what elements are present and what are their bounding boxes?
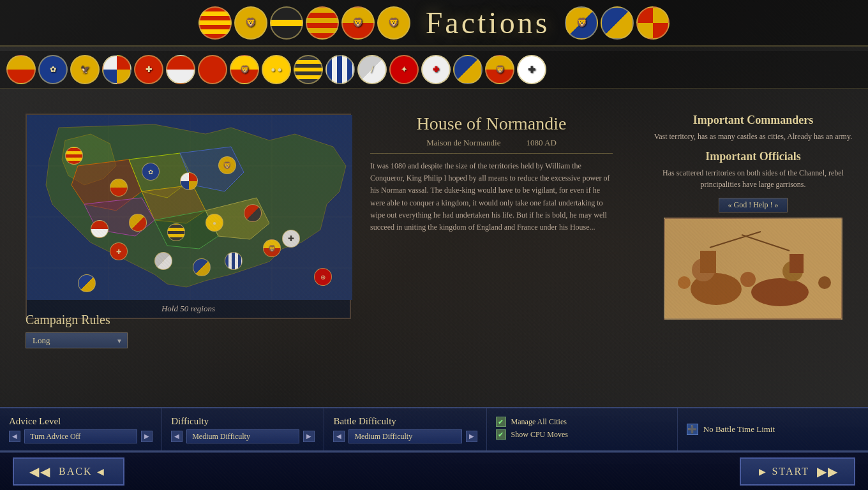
faction-badge[interactable]: ✿ [38, 55, 68, 84]
faction-badge[interactable] [270, 6, 303, 40]
faction-badge[interactable] [306, 6, 339, 40]
faction-badge[interactable] [636, 6, 670, 40]
faction-bar-top: 🦁 🦁 🦁 Factions 🦁 [0, 0, 868, 47]
faction-badge[interactable]: ✦ [389, 55, 419, 84]
faction-badge[interactable]: ✚ [134, 55, 163, 84]
faction-badge[interactable] [166, 55, 195, 84]
faction-badge[interactable] [198, 6, 232, 40]
faction-badge[interactable]: / [357, 55, 387, 84]
faction-badge[interactable]: 🦁 [565, 6, 598, 40]
page-title: Factions [413, 5, 563, 40]
faction-badge[interactable] [6, 55, 36, 84]
faction-badge[interactable]: 🦁 [341, 6, 375, 40]
faction-badge[interactable]: 🦁 [230, 55, 259, 84]
faction-badge[interactable]: 🦁 [485, 55, 514, 84]
faction-bar-second: ✿ 🦅 ✚ 🦁 ● ● / ✦ ✙ 🦁 ✚ [0, 51, 868, 89]
faction-badge[interactable] [102, 55, 131, 84]
faction-badge[interactable]: ● ● [262, 55, 291, 84]
faction-badge[interactable] [326, 55, 355, 84]
faction-badge[interactable] [453, 55, 483, 84]
faction-badge[interactable]: 🦅 [70, 55, 100, 84]
faction-badge[interactable]: ✙ [421, 55, 451, 84]
faction-badge[interactable]: 🦁 [377, 6, 410, 40]
faction-badge[interactable] [198, 55, 227, 84]
faction-badge[interactable] [294, 55, 323, 84]
faction-badge[interactable]: ✚ [517, 55, 546, 84]
faction-badge[interactable] [601, 6, 634, 40]
faction-badge[interactable]: 🦁 [234, 6, 267, 40]
